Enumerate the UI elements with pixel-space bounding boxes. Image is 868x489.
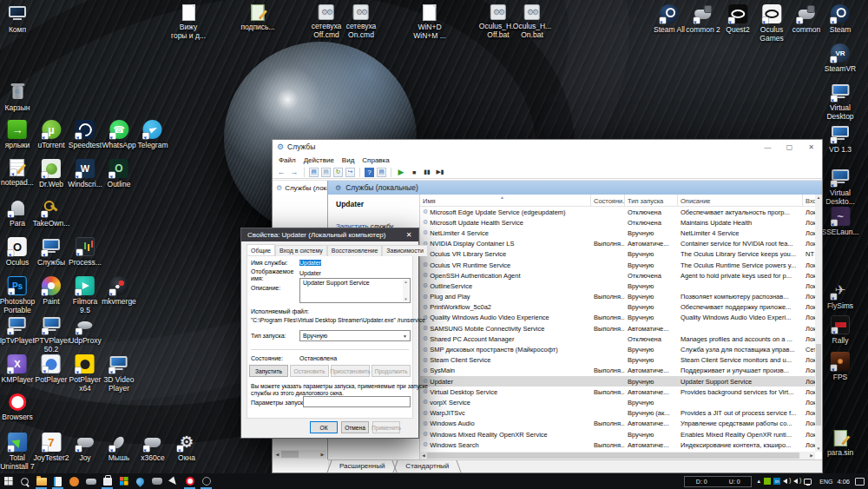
service-name-value[interactable]: Updater bbox=[299, 260, 321, 266]
service-row[interactable]: ⚙SAMSUNG Mobile Connectivity Service Вып… bbox=[420, 323, 815, 334]
service-row[interactable]: ⚙Windows Search Выполня... Автоматиче...… bbox=[420, 439, 815, 450]
service-row[interactable]: ⚙PrintWorkflow_5c0a2 Вручную Обеспечивае… bbox=[420, 302, 815, 313]
service-row[interactable]: ⚙vorpX Service Вручную Лока... bbox=[420, 397, 815, 407]
desktop-icon-utorrent[interactable]: µ uTorrent bbox=[37, 120, 64, 149]
desktop-icon-potplayer[interactable]: PotPlayer x64 bbox=[69, 354, 102, 393]
volume2-icon[interactable] bbox=[793, 478, 801, 485]
dialog-titlebar[interactable]: Свойства: Updater (Локальный компьютер) … bbox=[241, 228, 418, 241]
desktop-icon-filmora[interactable]: Filmora 9.5 bbox=[73, 276, 97, 314]
service-row[interactable]: ⚙Oculus VR Runtime Service Вручную The O… bbox=[420, 260, 815, 270]
desktop-icon-steam-all[interactable]: Steam All bbox=[654, 4, 685, 34]
desktop-icon-common-2[interactable]: common 2 bbox=[686, 4, 720, 34]
desktop-icon-speedtest[interactable]: Speedtest bbox=[69, 120, 102, 149]
service-row[interactable]: ⚙Microsoft Edge Update Service (edgeupda… bbox=[420, 207, 815, 217]
desktop-icon-win-d[interactable]: WiN+D WiN+M ... bbox=[413, 4, 446, 40]
menu-item[interactable]: Файл bbox=[279, 156, 296, 164]
desktop-icon-oculus-h-[interactable]: ⚙⚙ Oculus_H... On.bat bbox=[513, 4, 551, 39]
desktop-icon-сетевуха[interactable]: ⚙⚙ сетевуха On.cmd bbox=[346, 4, 377, 39]
desktop-icon-вижу[interactable]: Вижу горы и д... bbox=[171, 4, 206, 40]
close-button[interactable]: ✕ bbox=[800, 140, 822, 154]
menu-item[interactable]: Справка bbox=[362, 156, 389, 164]
desktop-icon-paint[interactable]: Paint bbox=[42, 276, 61, 306]
service-row[interactable]: ⚙Microsoft Update Health Service Отключе… bbox=[420, 217, 815, 228]
drop-app-button[interactable] bbox=[132, 473, 148, 489]
scope-header[interactable]: ⚙ Службы (локальные) bbox=[328, 181, 822, 195]
service-row[interactable]: ⚙Windows Audio Выполня... Автоматиче... … bbox=[420, 419, 815, 429]
help-icon[interactable]: ? bbox=[365, 168, 374, 177]
vertical-scrollbar[interactable]: ▲▼ bbox=[815, 195, 822, 452]
h-app-button[interactable] bbox=[198, 473, 214, 489]
desktop-icon-process-[interactable]: Process... bbox=[69, 237, 102, 267]
desktop-icon-dr-web[interactable]: Dr.Web bbox=[39, 159, 63, 188]
cursor-app-button[interactable] bbox=[165, 473, 181, 489]
column-header-name[interactable]: Имя bbox=[420, 195, 591, 206]
tab-general[interactable]: Общие bbox=[247, 244, 275, 255]
desktop-icon-virtual[interactable]: Virtual Deskto... bbox=[825, 168, 855, 206]
service-row[interactable]: ⚙Virtual Desktop Service Выполня... Авто… bbox=[420, 387, 815, 397]
language-indicator[interactable]: ENG bbox=[819, 479, 832, 485]
service-row[interactable]: ⚙OpenSSH Authentication Agent Отключена … bbox=[420, 270, 815, 281]
start-service-icon[interactable]: ▶ bbox=[396, 167, 406, 177]
desktop-icon-joy[interactable]: Joy bbox=[76, 433, 95, 462]
tab-recovery[interactable]: Восстановление bbox=[327, 245, 383, 256]
menu-item[interactable]: Вид bbox=[342, 156, 354, 164]
desktop-icon-notepad-[interactable]: notepad... bbox=[1, 159, 34, 187]
dialog-close-button[interactable]: ✕ bbox=[399, 228, 418, 241]
in-tray-icon[interactable]: in bbox=[773, 478, 780, 485]
tray-expand-icon[interactable]: ▲ bbox=[756, 479, 761, 484]
desktop-icon-mkvmerge[interactable]: mkvmerge bbox=[102, 276, 136, 306]
desktop-icon-steamvr[interactable]: VR SteamVR bbox=[825, 43, 856, 73]
export-icon[interactable]: ↪ bbox=[345, 168, 355, 177]
show-console-icon[interactable]: ▤ bbox=[309, 168, 319, 177]
maximize-button[interactable]: ▢ bbox=[779, 140, 800, 154]
desktop-icon-potplayer[interactable]: PotPlayer bbox=[36, 354, 68, 384]
desktop-icon-quest2[interactable]: Quest2 bbox=[726, 4, 749, 34]
desktop-icon-total[interactable]: Total Uninstall 7 bbox=[0, 433, 35, 471]
tab-extended[interactable]: Расширенный bbox=[329, 460, 395, 472]
nvidia-tray-icon[interactable] bbox=[764, 478, 771, 485]
notification-center-icon[interactable] bbox=[855, 478, 865, 486]
tree-horizontal-scrollbar[interactable]: ◀▶ bbox=[273, 450, 326, 459]
stop-button[interactable]: Остановить bbox=[290, 365, 329, 377]
desktop-icon-ярлыки[interactable]: → ярлыки bbox=[5, 120, 30, 149]
start-button[interactable] bbox=[0, 473, 16, 489]
desktop-icon-steam[interactable]: Steam bbox=[830, 4, 852, 34]
startup-type-select[interactable]: Вручную ▼ bbox=[299, 330, 411, 341]
service-row[interactable]: ⚙SMP дисковых пространств (Майкрософт) В… bbox=[420, 344, 815, 354]
desktop-icon-iptvplayer[interactable]: IPTVPlayer 50.2 bbox=[33, 315, 70, 354]
desktop-icon-kmplayer[interactable]: X KMPlayer bbox=[2, 354, 34, 384]
desktop-icon-комп[interactable]: Комп bbox=[8, 4, 27, 34]
service-row[interactable]: ⚙SysMain Выполня... Автоматиче... Поддер… bbox=[420, 366, 815, 376]
tab-dependencies[interactable]: Зависимости bbox=[382, 245, 427, 256]
desktop-icon-3d-video[interactable]: 3D Video Player bbox=[104, 354, 135, 393]
service-row[interactable]: ⚙NetLimiter 4 Service Вручную NetLimiter… bbox=[420, 228, 815, 238]
column-header-description[interactable]: Описание bbox=[678, 195, 803, 206]
column-header-startup[interactable]: Тип запуска bbox=[625, 195, 678, 206]
desktop-icon-para[interactable]: Para bbox=[8, 198, 27, 228]
desktop-icon-photoshop[interactable]: Ps Photoshop Portable bbox=[0, 276, 35, 314]
ok-button[interactable]: ОК bbox=[310, 421, 338, 433]
window-icon[interactable]: ▤ bbox=[377, 168, 386, 177]
desktop-icon-takeown-[interactable]: TakeOwn... bbox=[33, 198, 70, 228]
volume-icon[interactable] bbox=[783, 478, 791, 485]
service-row[interactable]: ⚙Steam Client Service Вручную Steam Clie… bbox=[420, 355, 815, 366]
properties-icon[interactable]: ▤ bbox=[321, 168, 331, 177]
restart-service-icon[interactable]: ▶▮ bbox=[435, 167, 445, 177]
service-row[interactable]: ⚙Plug and Play Выполня... Вручную Позвол… bbox=[420, 292, 815, 302]
description-field[interactable]: Updater Support Service ▲▼ bbox=[299, 278, 411, 303]
stop-service-icon[interactable]: ■ bbox=[409, 167, 419, 177]
desktop-icon-common[interactable]: common bbox=[792, 4, 821, 34]
desktop-icon-fps[interactable]: FPS bbox=[831, 352, 850, 381]
pause-service-icon[interactable]: ▮▮ bbox=[422, 167, 432, 177]
desktop-icon-virtual[interactable]: Virtual Desktop bbox=[826, 83, 853, 121]
network-icon[interactable] bbox=[804, 479, 812, 485]
desktop-icon-oculus-h-[interactable]: ⚙⚙ Oculus_H... Off.bat bbox=[479, 4, 517, 39]
start-params-input[interactable] bbox=[303, 396, 411, 407]
horizontal-scrollbar[interactable]: ◀▶ bbox=[420, 452, 815, 459]
resume-button[interactable]: Продолжить bbox=[372, 365, 411, 377]
service-row[interactable]: ⚙Oculus VR Library Service Вручную The O… bbox=[420, 249, 815, 260]
pause-button[interactable]: Приостановить bbox=[331, 365, 370, 377]
desktop-icon-para-sin[interactable]: para.sin bbox=[827, 430, 853, 457]
column-header-state[interactable]: Состояни... bbox=[591, 195, 625, 206]
refresh-icon[interactable]: ↻ bbox=[333, 168, 343, 177]
